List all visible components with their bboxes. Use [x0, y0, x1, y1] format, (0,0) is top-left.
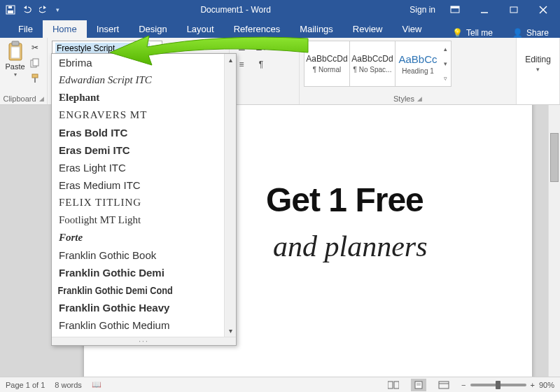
- svg-rect-21: [439, 382, 449, 388]
- svg-rect-13: [33, 59, 38, 66]
- font-option[interactable]: Eras Light ITC: [52, 159, 236, 176]
- group-clipboard: Paste ▾ ✂ Clipboard◢: [0, 38, 48, 104]
- copy-button[interactable]: [27, 56, 43, 70]
- font-option[interactable]: ENGRAVERS MT: [52, 106, 236, 124]
- zoom-out-button[interactable]: −: [461, 381, 465, 389]
- zoom-percent[interactable]: 90%: [539, 381, 554, 389]
- zoom-in-button[interactable]: +: [531, 381, 535, 389]
- style-name: ¶ No Spac...: [354, 66, 392, 74]
- word-count[interactable]: 8 words: [55, 381, 82, 389]
- tab-file[interactable]: File: [8, 20, 43, 38]
- scissors-icon: ✂: [31, 43, 38, 52]
- svg-rect-2: [8, 6, 12, 8]
- undo-button[interactable]: [20, 2, 35, 18]
- show-marks-button[interactable]: ¶: [253, 57, 269, 71]
- share-button[interactable]: 👤 Share: [501, 28, 560, 38]
- scroll-up-button[interactable]: ▴: [225, 54, 236, 66]
- ribbon: Paste ▾ ✂ Clipboard◢ ▾ EbrimaEdwardian S…: [0, 38, 560, 105]
- svg-rect-6: [510, 7, 517, 13]
- tab-insert[interactable]: Insert: [87, 20, 130, 38]
- style-name: Heading 1: [402, 67, 434, 75]
- redo-button[interactable]: [36, 2, 52, 18]
- format-painter-button[interactable]: [27, 71, 43, 85]
- font-option[interactable]: Franklin Gothic Medium Cond: [52, 334, 209, 337]
- font-name-input[interactable]: [55, 43, 150, 54]
- font-option[interactable]: Franklin Gothic Heavy: [52, 299, 236, 316]
- styles-more-button[interactable]: ▴▾▿: [440, 41, 451, 87]
- lightbulb-icon: 💡: [452, 28, 463, 38]
- clipboard-icon: [6, 41, 24, 62]
- styles-scroll-down[interactable]: ▾: [440, 56, 451, 71]
- font-option[interactable]: Eras Bold ITC: [52, 124, 236, 141]
- zoom-slider-knob[interactable]: [496, 381, 500, 389]
- svg-rect-10: [12, 41, 19, 46]
- sign-in-link[interactable]: Sign in: [410, 5, 435, 15]
- font-list-resize-handle[interactable]: ∙∙∙: [52, 337, 236, 345]
- window-controls: [441, 0, 557, 20]
- svg-rect-4: [451, 6, 459, 8]
- font-option[interactable]: Franklin Gothic Medium: [52, 316, 236, 334]
- font-option[interactable]: Eras Demi ITC: [52, 141, 236, 159]
- tab-home[interactable]: Home: [43, 20, 87, 38]
- share-icon: 👤: [512, 28, 523, 38]
- paste-button[interactable]: Paste ▾: [4, 41, 26, 87]
- ribbon-display-button[interactable]: [441, 0, 469, 20]
- group-editing: Editing ▾: [517, 38, 560, 104]
- tab-references[interactable]: References: [224, 20, 290, 38]
- font-option[interactable]: Footlight MT Light: [52, 211, 236, 229]
- tab-view[interactable]: View: [392, 20, 431, 38]
- quick-access-toolbar: ▾: [3, 2, 62, 18]
- style-tile[interactable]: AaBbCcDd¶ No Spac...: [349, 41, 396, 87]
- close-button[interactable]: [529, 0, 557, 20]
- font-dropdown-button[interactable]: ▾: [150, 43, 159, 53]
- style-preview: AaBbCc: [398, 53, 437, 65]
- font-option[interactable]: Elephant: [52, 89, 236, 106]
- tab-mailings[interactable]: Mailings: [290, 20, 343, 38]
- save-button[interactable]: [3, 2, 18, 18]
- font-option[interactable]: Forte: [52, 229, 236, 246]
- svg-rect-16: [388, 382, 393, 388]
- styles-expand[interactable]: ▿: [440, 71, 451, 86]
- zoom-slider[interactable]: [470, 384, 526, 386]
- bullets-button[interactable]: ☰: [234, 41, 249, 55]
- tab-review[interactable]: Review: [343, 20, 393, 38]
- style-tile[interactable]: AaBbCcHeading 1: [395, 41, 441, 87]
- font-option[interactable]: Ebrima: [52, 54, 236, 71]
- print-layout-button[interactable]: [411, 379, 426, 391]
- editing-dropdown[interactable]: Editing ▾: [521, 41, 555, 87]
- tell-me-search[interactable]: 💡 Tell me: [444, 28, 501, 38]
- styles-scroll-up[interactable]: ▴: [440, 41, 451, 56]
- svg-rect-11: [11, 47, 20, 58]
- maximize-button[interactable]: [500, 0, 528, 20]
- styles-launcher[interactable]: ◢: [417, 95, 422, 102]
- minimize-button[interactable]: [470, 0, 498, 20]
- group-font: ▾ EbrimaEdwardian Script ITCElephantENGR…: [48, 38, 230, 104]
- style-tile[interactable]: AaBbCcDd¶ Normal: [304, 41, 350, 87]
- style-preview: AaBbCcDd: [306, 54, 347, 64]
- styles-group-label: Styles: [393, 94, 414, 103]
- font-option[interactable]: Franklin Gothic Demi: [52, 264, 236, 281]
- scroll-down-button[interactable]: ▾: [225, 325, 236, 337]
- clipboard-launcher[interactable]: ◢: [39, 95, 44, 102]
- font-option[interactable]: Eras Medium ITC: [52, 176, 236, 194]
- tab-design[interactable]: Design: [129, 20, 176, 38]
- page-indicator[interactable]: Page 1 of 1: [6, 381, 45, 389]
- qat-customize-button[interactable]: ▾: [53, 2, 62, 18]
- read-mode-button[interactable]: [386, 379, 401, 391]
- font-dropdown-list: EbrimaEdwardian Script ITCElephantENGRAV…: [51, 53, 237, 346]
- web-layout-button[interactable]: [436, 379, 451, 391]
- line-spacing-button[interactable]: ≣▾: [253, 41, 269, 55]
- font-option[interactable]: Franklin Gothic Demi Cond: [52, 281, 209, 299]
- vscrollbar-thumb[interactable]: [550, 133, 559, 182]
- font-list-scrollbar[interactable]: ▴ ▾: [224, 54, 236, 337]
- style-preview: AaBbCcDd: [351, 54, 393, 64]
- tab-layout[interactable]: Layout: [177, 20, 224, 38]
- font-option[interactable]: FELIX TITLING: [52, 194, 236, 211]
- cut-button[interactable]: ✂: [27, 41, 43, 55]
- proofing-icon[interactable]: 📖: [92, 380, 102, 389]
- font-option[interactable]: Edwardian Script ITC: [52, 71, 236, 89]
- svg-rect-17: [394, 382, 399, 388]
- document-vscrollbar[interactable]: [548, 105, 560, 377]
- group-styles: AaBbCcDd¶ NormalAaBbCcDd¶ No Spac...AaBb…: [300, 38, 517, 104]
- font-option[interactable]: Franklin Gothic Book: [52, 246, 236, 264]
